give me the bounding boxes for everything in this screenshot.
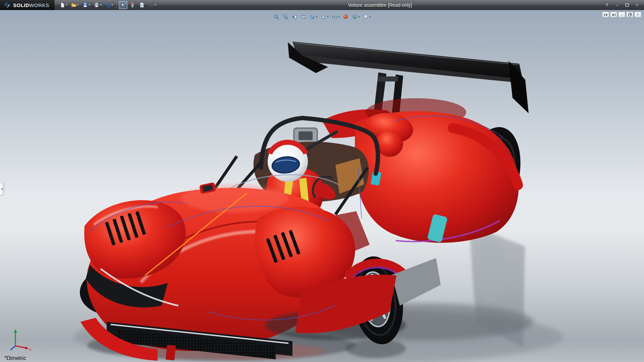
- options-gear-icon: [148, 2, 154, 8]
- zoom-to-fit-button[interactable]: [272, 12, 280, 21]
- print-icon: [94, 2, 100, 8]
- collapse-arrow-icon: ◀: [1, 188, 3, 190]
- file-properties-icon: [139, 2, 145, 8]
- previous-view-button[interactable]: [290, 12, 299, 21]
- select-button[interactable]: [119, 1, 127, 9]
- minimize-button[interactable]: –: [612, 2, 621, 8]
- edit-appearance-sphere-icon: [343, 14, 349, 20]
- toolbar-separator: [116, 2, 117, 8]
- undo-arrow-icon: [105, 2, 111, 8]
- section-view-button[interactable]: [299, 12, 308, 21]
- apply-scene-caret[interactable]: ▾: [359, 15, 360, 18]
- save-floppy-icon: [82, 2, 88, 8]
- hide-show-glasses-icon: [331, 14, 337, 20]
- open-button[interactable]: ▾: [69, 1, 80, 9]
- doc-restore-icon: [628, 13, 632, 16]
- display-style-icon: [320, 14, 326, 20]
- print-button[interactable]: ▾: [92, 1, 103, 9]
- options-button[interactable]: ▾: [147, 1, 158, 9]
- options-dropdown-caret[interactable]: ▾: [155, 4, 156, 6]
- section-view-icon: [300, 14, 306, 20]
- graphics-area[interactable]: ▾ ▾ ▾: [0, 10, 644, 362]
- view-orientation-button[interactable]: ▾: [308, 12, 319, 21]
- reference-triad: x: [7, 326, 34, 353]
- titlebar: SOLIDWORKS ▾ ▾ ▾: [0, 0, 644, 10]
- new-document-icon: [59, 2, 65, 8]
- view-settings-icon: [363, 14, 369, 20]
- pane-next-button[interactable]: [610, 12, 617, 17]
- print-dropdown-caret[interactable]: ▾: [100, 4, 102, 6]
- edit-appearance-button[interactable]: [341, 12, 350, 21]
- close-button[interactable]: ×: [633, 2, 641, 8]
- open-dropdown-caret[interactable]: ▾: [77, 4, 79, 6]
- view-orientation-cube-icon: [309, 14, 315, 20]
- featuremanager-collapse-tab[interactable]: ◀: [0, 183, 4, 195]
- doc-close-button[interactable]: ×: [634, 12, 641, 17]
- save-button[interactable]: ▾: [81, 1, 92, 9]
- headsup-view-toolbar: ▾ ▾ ▾: [272, 12, 372, 21]
- help-button[interactable]: ?: [602, 2, 611, 8]
- app-logo: SOLIDWORKS: [0, 0, 55, 10]
- new-dropdown-caret[interactable]: ▾: [66, 4, 67, 6]
- x-axis: [15, 346, 26, 348]
- document-title: Voiture assemblee [Read-only]: [348, 2, 412, 8]
- rebuild-stoplight-icon: [129, 2, 136, 8]
- doc-restore-button[interactable]: [626, 12, 633, 17]
- apply-scene-button[interactable]: ▾: [351, 12, 361, 21]
- display-style-caret[interactable]: ▾: [327, 15, 328, 18]
- pane-next-icon: [612, 13, 616, 16]
- save-dropdown-caret[interactable]: ▾: [89, 4, 90, 6]
- undo-dropdown-caret[interactable]: ▾: [112, 4, 113, 6]
- standard-toolbar: ▾ ▾ ▾ ▾: [58, 1, 158, 9]
- zoom-to-area-button[interactable]: [281, 12, 289, 21]
- previous-view-icon: [291, 14, 297, 20]
- open-folder-icon: [71, 2, 77, 8]
- view-orientation-caret[interactable]: ▾: [316, 15, 317, 18]
- apply-scene-icon: [352, 14, 358, 20]
- maximize-button[interactable]: [623, 2, 631, 8]
- undo-button[interactable]: ▾: [104, 1, 114, 9]
- view-settings-caret[interactable]: ▾: [370, 15, 371, 18]
- pane-previous-icon: [604, 13, 608, 16]
- car-model[interactable]: [0, 10, 644, 362]
- x-axis-label: x: [30, 347, 32, 351]
- maximize-icon: [625, 3, 629, 7]
- app-logo-text: SOLIDWORKS: [13, 2, 49, 8]
- doc-minimize-button[interactable]: –: [618, 12, 625, 17]
- hide-show-caret[interactable]: ▾: [338, 15, 339, 18]
- view-settings-button[interactable]: ▾: [362, 12, 372, 21]
- view-orientation-label: *Dimetric: [4, 355, 26, 361]
- rebuild-button[interactable]: [128, 1, 137, 9]
- zoom-to-area-icon: [282, 14, 288, 20]
- new-button[interactable]: ▾: [58, 1, 69, 9]
- hide-show-items-button[interactable]: ▾: [330, 12, 341, 21]
- display-style-button[interactable]: ▾: [319, 12, 330, 21]
- z-axis: [10, 346, 15, 350]
- document-window-controls: – ×: [602, 12, 641, 17]
- file-properties-button[interactable]: [138, 1, 146, 9]
- select-cursor-icon: [120, 2, 126, 8]
- pane-previous-button[interactable]: [602, 12, 609, 17]
- window-controls: ? – ×: [602, 2, 644, 8]
- zoom-to-fit-icon: [273, 14, 279, 20]
- dassault-3ds-icon: [3, 1, 11, 9]
